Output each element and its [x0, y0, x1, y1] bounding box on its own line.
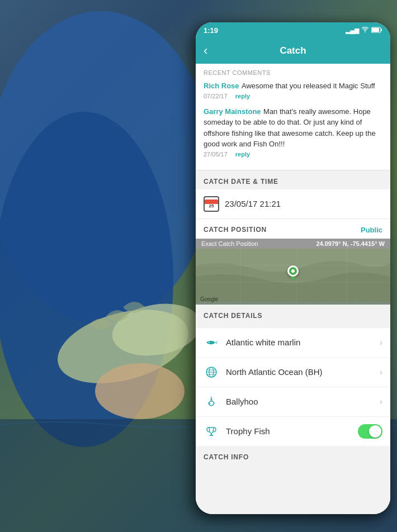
catch-details-section: Atlantic white marlin › North Atlantic O…: [196, 328, 390, 446]
nav-bar: ‹ Catch: [196, 38, 390, 64]
chevron-icon-fish: ›: [380, 338, 382, 348]
comment-reply-1[interactable]: reply: [235, 93, 250, 99]
comment-date-1: 07/22/17: [204, 93, 228, 99]
toggle-thumb: [369, 425, 381, 438]
comment-reply-2[interactable]: reply: [235, 151, 250, 158]
svg-point-15: [209, 341, 210, 343]
detail-text-trophy: Trophy Fish: [226, 426, 358, 436]
detail-text-bait: Ballyhoo: [226, 397, 380, 406]
bait-icon: [204, 394, 219, 410]
wifi-icon: [361, 27, 369, 34]
coords-value: 24.0979° N, -75.4415° W: [316, 240, 385, 247]
detail-item-fish[interactable]: Atlantic white marlin ›: [196, 328, 390, 358]
comment-text-1: Awesome that you released it Magic Stuff: [242, 82, 375, 90]
detail-item-bait[interactable]: Ballyhoo ›: [196, 387, 390, 417]
catch-details-title: CATCH DETAILS: [204, 312, 262, 320]
status-bar: 1:19 ▂▄▆: [196, 22, 390, 38]
status-icons: ▂▄▆: [346, 27, 382, 34]
calendar-icon: 25: [204, 196, 219, 212]
detail-item-ocean[interactable]: North Atlantic Ocean (BH) ›: [196, 358, 390, 387]
svg-point-22: [211, 398, 212, 400]
catch-info-title: CATCH INFO: [204, 453, 249, 461]
comments-header: RECENT COMMENTS: [204, 69, 382, 76]
catch-details-header: CATCH DETAILS: [196, 305, 390, 324]
comment-author-1: Rich Rose: [204, 82, 239, 90]
detail-text-ocean: North Atlantic Ocean (BH): [226, 367, 380, 377]
battery-icon: [371, 27, 382, 34]
comment-author-2: Garry Mainstone: [204, 107, 261, 116]
svg-rect-7: [372, 28, 379, 32]
comment-item: Rich Rose Awesome that you released it M…: [204, 80, 382, 99]
catch-position-section: CATCH POSITION Public Exact Catch Positi…: [196, 219, 390, 305]
globe-icon: [204, 364, 219, 380]
svg-point-23: [209, 403, 210, 404]
fish-icon: [204, 335, 219, 350]
map-container[interactable]: Google: [196, 249, 390, 305]
comment-section: RECENT COMMENTS Rich Rose Awesome that y…: [196, 64, 390, 170]
map-coords-row: Exact Catch Position 24.0979° N, -75.441…: [196, 239, 390, 249]
catch-info-header: CATCH INFO: [196, 446, 390, 473]
chevron-icon-bait: ›: [380, 397, 382, 407]
coords-label: Exact Catch Position: [201, 240, 258, 247]
catch-date-section: 25 23/05/17 21:21: [196, 189, 390, 219]
catch-position-title: CATCH POSITION: [204, 226, 267, 234]
phone-frame: 1:19 ▂▄▆ ‹ Catch: [196, 22, 390, 514]
google-watermark: Google: [200, 296, 218, 302]
comment-date-2: 27/05/17: [204, 151, 228, 158]
catch-date-header: CATCH DATE & TIME: [196, 170, 390, 189]
page-title: Catch: [280, 45, 306, 56]
trophy-icon: [204, 424, 219, 439]
phone-content[interactable]: RECENT COMMENTS Rich Rose Awesome that y…: [196, 64, 390, 514]
catch-datetime: 23/05/17 21:21: [225, 199, 281, 208]
svg-point-4: [95, 363, 185, 419]
catch-date-title: CATCH DATE & TIME: [204, 178, 278, 186]
back-button[interactable]: ‹: [204, 45, 207, 57]
chevron-icon-ocean: ›: [380, 367, 382, 377]
svg-rect-8: [381, 28, 382, 31]
detail-text-fish: Atlantic white marlin: [226, 338, 380, 347]
status-time: 1:19: [204, 26, 218, 35]
map-pin: [286, 265, 300, 282]
detail-item-trophy[interactable]: Trophy Fish: [196, 417, 390, 446]
catch-position-public: Public: [361, 226, 382, 234]
trophy-fish-toggle[interactable]: [358, 424, 382, 439]
comment-item-2: Garry Mainstone Man that's really awesom…: [204, 106, 382, 158]
signal-icon: ▂▄▆: [346, 27, 359, 34]
